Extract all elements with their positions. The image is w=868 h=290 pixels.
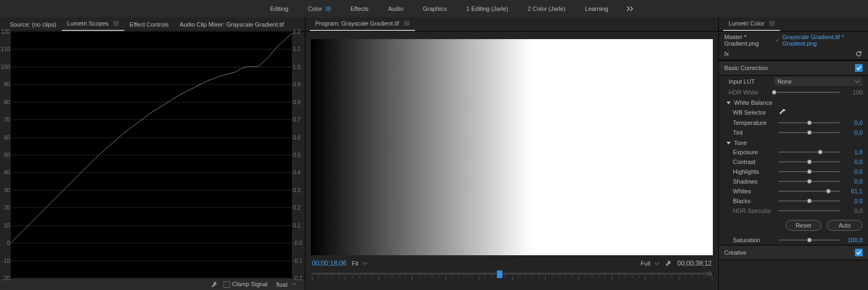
highlights-label: Highlights [733,168,774,175]
highlights-slider[interactable] [778,168,840,175]
program-monitor[interactable] [311,39,713,255]
workspace-tab-effects[interactable]: Effects [341,0,378,17]
input-lut-label: Input LUT [729,78,770,85]
chevron-down-icon [655,262,659,265]
saturation-label: Saturation [733,237,774,243]
shadows-label: Shadows [733,178,774,185]
tab-lumetri-scopes[interactable]: Lumetri Scopes [62,17,125,31]
input-lut-dropdown[interactable]: None [774,77,863,86]
contrast-label: Contrast [733,159,774,165]
tint-slider[interactable] [778,129,840,136]
workspace-tab-custom1[interactable]: 1 Editing (Jarle) [457,0,518,17]
panel-menu-icon[interactable] [326,7,331,11]
blacks-label: Blacks [733,198,774,204]
sequence-clip-label[interactable]: Grayscale Gradient.tif * Gradient.png [782,34,863,47]
temperature-value[interactable]: 0,0 [844,119,863,126]
section-enable-checkbox[interactable] [855,249,863,256]
scopes-panel: Source: (no clips) Lumetri Scopes Effect… [0,17,305,290]
program-panel: Program: Grayscale Gradient.tif 00;00;18… [305,17,719,290]
workspace-tab-audio[interactable]: Audio [378,0,413,17]
workspace-tab-graphics[interactable]: Graphics [413,0,457,17]
scope-footer: Clamp Signal float [0,278,305,290]
shadows-slider[interactable] [778,178,840,185]
chevron-down-icon [855,80,859,83]
temperature-slider[interactable] [778,119,840,126]
highlights-value[interactable]: 0,0 [844,168,863,175]
tint-label: Tint [733,129,774,136]
workspace-bar: Editing Color Effects Audio Graphics 1 E… [0,0,868,17]
wrench-icon[interactable] [665,260,672,267]
whites-slider[interactable] [778,188,840,194]
chevron-down-icon[interactable] [775,39,779,42]
reset-button[interactable]: Reset [786,220,821,231]
chevron-down-icon [726,102,731,104]
reset-effect-icon[interactable] [855,50,863,58]
timecode-out[interactable]: 00;00;38;12 [678,260,712,267]
chevron-down-icon [363,262,367,265]
chevron-down-icon [292,283,296,286]
scope-display: 1201101009080706050403020100-10-20 1.21.… [0,31,305,278]
section-creative[interactable]: Creative [719,245,868,260]
blacks-slider[interactable] [778,198,840,204]
hdr-specular-label: HDR Specular [733,207,774,214]
workspace-tab-color[interactable]: Color [298,0,341,17]
chevron-down-icon [726,142,731,144]
tab-program[interactable]: Program: Grayscale Gradient.tif [310,17,415,31]
section-enable-checkbox[interactable] [855,64,863,72]
hdr-white-value: 100 [844,89,863,96]
contrast-value[interactable]: 0,0 [844,159,863,165]
tab-lumetri-color[interactable]: Lumetri Color [723,17,780,31]
panel-menu-icon[interactable] [113,21,119,26]
tab-source[interactable]: Source: (no clips) [4,18,62,31]
scope-left-axis: 1201101009080706050403020100-10-20 [0,31,11,278]
shadows-value[interactable]: 0,0 [844,178,863,185]
wrench-icon[interactable] [210,281,218,288]
tone-group[interactable]: Tone [719,137,868,147]
saturation-slider[interactable] [778,237,840,243]
fx-badge: fx [724,51,729,57]
exposure-slider[interactable] [778,149,840,155]
blacks-value[interactable]: 0,0 [844,198,863,204]
eyedropper-icon[interactable] [778,109,786,116]
master-clip-label[interactable]: Master * Gradient.png [724,34,772,47]
hdr-specular-value: 0,0 [844,207,863,214]
scopes-tabs: Source: (no clips) Lumetri Scopes Effect… [0,17,305,31]
exposure-value[interactable]: 1,8 [844,149,863,155]
white-balance-group[interactable]: White Balance [719,97,868,107]
exposure-label: Exposure [733,149,774,155]
zoom-dropdown[interactable]: Fit [352,260,367,267]
workspace-overflow-icon[interactable] [618,6,643,11]
precision-dropdown[interactable]: float [273,280,299,289]
out-point-marker[interactable] [707,272,712,276]
lumetri-panel: Lumetri Color Master * Gradient.png Gray… [719,17,868,290]
clamp-signal-checkbox[interactable]: Clamp Signal [224,281,267,288]
panel-menu-icon[interactable] [769,21,775,26]
scope-right-axis: 1.21.11.00.90.80.70.60.50.40.30.20.1-0.0… [292,31,305,278]
hdr-specular-slider [778,207,840,214]
temperature-label: Temperature [733,119,774,126]
tint-value[interactable]: 0,0 [844,129,863,136]
playhead[interactable] [497,270,502,278]
hdr-white-label: HDR White [729,89,770,96]
whites-value[interactable]: 61,1 [844,188,863,194]
program-timeline[interactable] [312,270,712,287]
tab-effect-controls[interactable]: Effect Controls [124,18,174,31]
scope-canvas [11,31,292,278]
saturation-value[interactable]: 100,0 [844,237,863,243]
workspace-tab-learning[interactable]: Learning [575,0,618,17]
auto-button[interactable]: Auto [827,220,863,231]
workspace-tab-custom2[interactable]: 2 Color (Jarle) [518,0,576,17]
quality-dropdown[interactable]: Full [641,260,659,267]
section-basic-correction[interactable]: Basic Correction [719,60,868,75]
hdr-white-slider [774,89,840,96]
tab-audio-clip-mixer[interactable]: Audio Clip Mixer: Grayscale Gradient.tif [174,18,290,31]
workspace-tab-editing[interactable]: Editing [260,0,298,17]
panel-menu-icon[interactable] [404,21,410,26]
timecode-in[interactable]: 00;00;18;06 [312,260,346,267]
contrast-slider[interactable] [778,159,840,165]
whites-label: Whites [733,188,774,194]
wb-selector-label: WB Selector [733,109,774,116]
